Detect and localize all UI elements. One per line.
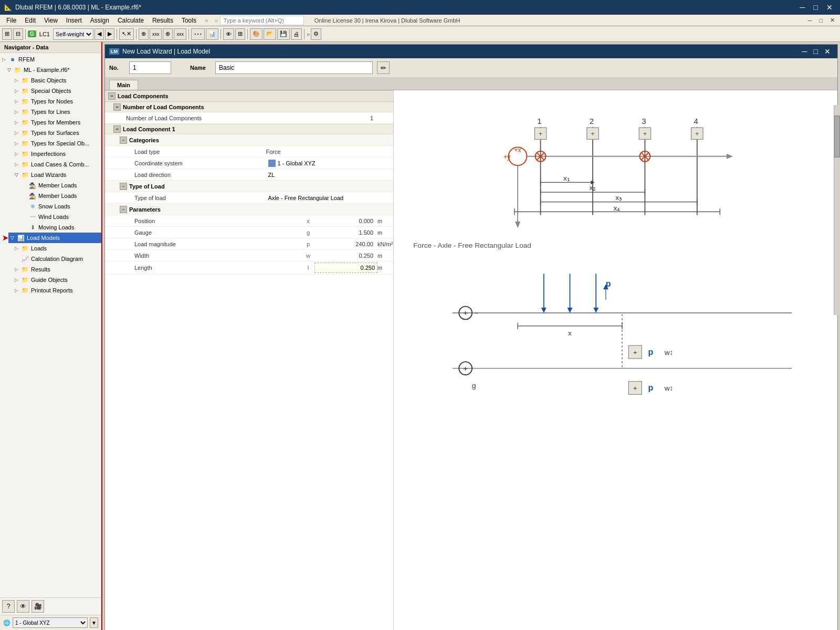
nav-item-types-members[interactable]: ▷ 📁 Types for Members	[0, 117, 101, 128]
nav-item-imperfections[interactable]: ▷ 📁 Imperfections	[0, 149, 101, 159]
toolbar-node[interactable]: ⊕	[139, 28, 149, 40]
toolbar-more[interactable]: ⋯	[191, 28, 205, 40]
nav-btn-camera[interactable]: 🎥	[32, 600, 44, 613]
maximize-button[interactable]: □	[811, 2, 821, 13]
dialog-minimize-btn[interactable]: ─	[800, 47, 810, 56]
coord-dropdown-btn[interactable]: ▼	[90, 617, 98, 628]
nav-next[interactable]: ▶	[105, 28, 114, 40]
nav-item-printout[interactable]: ▷ 📁 Printout Reports	[0, 285, 101, 296]
coord-system-select[interactable]: 1 - Global XYZ	[13, 617, 88, 628]
nav-item-member-loads-1[interactable]: 🧙 Member Loads	[0, 180, 101, 191]
nav-item-types-surfaces[interactable]: ▷ 📁 Types for Surfaces	[0, 128, 101, 138]
nav-label-printout: Printout Reports	[31, 287, 72, 293]
nav-item-guide-objects[interactable]: ▷ 📁 Guide Objects	[0, 275, 101, 285]
nav-item-wind-loads[interactable]: 〰 Wind Loads	[0, 212, 101, 222]
secondary-maximize[interactable]: □	[816, 16, 826, 25]
toolbar-render[interactable]: 🎨	[250, 28, 262, 40]
title-bar-controls: ─ □ ✕	[797, 2, 836, 13]
load-dir-value: ZL	[264, 172, 394, 178]
toolbar-results[interactable]: 📊	[206, 28, 218, 40]
nav-item-basic-objects[interactable]: ▷ 📁 Basic Objects	[0, 75, 101, 86]
param-gauge-value: 1.500	[314, 229, 377, 236]
scrollbar-thumb[interactable]	[834, 116, 840, 158]
name-label: Name	[190, 65, 211, 71]
toolbar-btn-1[interactable]: ⊞	[2, 28, 12, 40]
toolbar-select[interactable]: ↖✕	[119, 28, 134, 40]
nav-item-calc-diagram[interactable]: 📈 Calculation Diagram	[0, 254, 101, 264]
menu-edit[interactable]: Edit	[20, 16, 40, 25]
nav-btn-eye[interactable]: 👁	[17, 600, 29, 613]
nav-item-snow-loads[interactable]: ❄ Snow Loads	[0, 201, 101, 212]
nav-label-snow: Snow Loads	[38, 203, 70, 209]
nav-item-types-nodes[interactable]: ▷ 📁 Types for Nodes	[0, 96, 101, 107]
menu-results[interactable]: Results	[148, 16, 177, 25]
nav-item-moving-loads[interactable]: ⬇ Moving Loads	[0, 222, 101, 233]
toolbar-xxx[interactable]: xxx	[150, 28, 162, 40]
lc-select[interactable]: Self-weight	[53, 28, 93, 40]
name-input[interactable]	[215, 61, 373, 74]
tab-bar: Main	[105, 78, 837, 90]
collapse-lc1[interactable]: －	[113, 125, 121, 133]
nav-btn-help[interactable]: ?	[2, 600, 15, 613]
nav-item-special-objects[interactable]: ▷ 📁 Special Objects	[0, 86, 101, 96]
nav-label-guide: Guide Objects	[31, 277, 68, 283]
toolbar-view1[interactable]: 👁	[223, 28, 234, 40]
menu-view[interactable]: View	[40, 16, 62, 25]
nav-label-special: Special Objects	[31, 88, 71, 94]
main-container: Navigator - Data ▷ ■ RFEM ▽ 📁 ML - Examp…	[0, 42, 840, 630]
secondary-close[interactable]: ✕	[827, 16, 838, 25]
tab-main[interactable]: Main	[109, 80, 138, 90]
menu-file[interactable]: File	[2, 16, 20, 25]
toolbar-btn-2[interactable]: ⊟	[13, 28, 23, 40]
nav-item-load-cases[interactable]: ▷ 📁 Load Cases & Comb...	[0, 159, 101, 170]
label-p2: p	[648, 347, 654, 356]
toolbar-member[interactable]: ⊕	[163, 28, 173, 40]
menu-calculate[interactable]: Calculate	[113, 16, 148, 25]
dialog-maximize-btn[interactable]: □	[811, 47, 821, 56]
toolbar-print[interactable]: 🖨	[291, 28, 302, 40]
collapse-parameters[interactable]: －	[120, 206, 127, 213]
toolbar-customize[interactable]: ⚙	[311, 28, 321, 40]
menu-assign[interactable]: Assign	[86, 16, 113, 25]
nav-item-load-models[interactable]: ▽ 📊 Load Models	[8, 233, 101, 243]
parameters-title: Parameters	[129, 206, 161, 213]
nav-item-results[interactable]: ▷ 📁 Results	[0, 264, 101, 275]
search-input[interactable]	[220, 16, 304, 25]
param-width-unit: m	[377, 253, 393, 259]
svg-text:x: x	[568, 329, 572, 337]
no-input[interactable]	[129, 61, 171, 74]
nav-item-types-lines[interactable]: ▷ 📁 Types for Lines	[0, 107, 101, 117]
toolbar-view2[interactable]: ⊞	[235, 28, 245, 40]
name-edit-btn[interactable]: ✏	[377, 61, 390, 74]
param-gauge-key: g	[302, 229, 314, 236]
nav-item-member-loads-2[interactable]: 🧙 Member Loads	[0, 191, 101, 201]
scrollbar[interactable]	[834, 105, 840, 315]
menu-bar: File Edit View Insert Assign Calculate R…	[0, 15, 840, 26]
close-button[interactable]: ✕	[823, 2, 836, 13]
nav-arrow-loads: ▷	[15, 246, 21, 251]
collapse-num-components[interactable]: －	[113, 103, 121, 111]
menu-tools[interactable]: Tools	[177, 16, 201, 25]
toolbar-xxx2[interactable]: xxx	[174, 28, 186, 40]
minimize-button[interactable]: ─	[797, 2, 808, 13]
secondary-minimize[interactable]: ─	[805, 16, 815, 25]
nav-prev[interactable]: ◀	[94, 28, 104, 40]
nav-folder-guide: 📁	[21, 276, 29, 284]
collapse-categories[interactable]: －	[120, 136, 127, 144]
nav-folder-results: 📁	[21, 265, 29, 274]
param-length-input[interactable]	[314, 262, 377, 273]
toolbar-save[interactable]: 💾	[277, 28, 290, 40]
nav-item-loads[interactable]: ▷ 📁 Loads	[0, 243, 101, 254]
coord-sys-value: 1 - Global XYZ	[278, 160, 316, 166]
nav-item-types-special[interactable]: ▷ 📁 Types for Special Ob...	[0, 138, 101, 149]
nav-item-rfem[interactable]: ▷ ■ RFEM	[0, 54, 101, 65]
menu-insert[interactable]: Insert	[62, 16, 86, 25]
nav-item-project[interactable]: ▽ 📁 ML - Example.rf6*	[0, 65, 101, 75]
collapse-type-of-load[interactable]: －	[120, 183, 127, 190]
collapse-load-components[interactable]: －	[108, 92, 116, 100]
dialog-close-btn[interactable]: ✕	[822, 47, 833, 56]
nav-folder-printout: 📁	[21, 286, 29, 295]
nav-label-lc: Load Cases & Comb...	[31, 161, 89, 167]
toolbar-open[interactable]: 📂	[264, 28, 276, 40]
nav-item-load-wizards[interactable]: ▽ 📁 Load Wizards	[0, 170, 101, 180]
